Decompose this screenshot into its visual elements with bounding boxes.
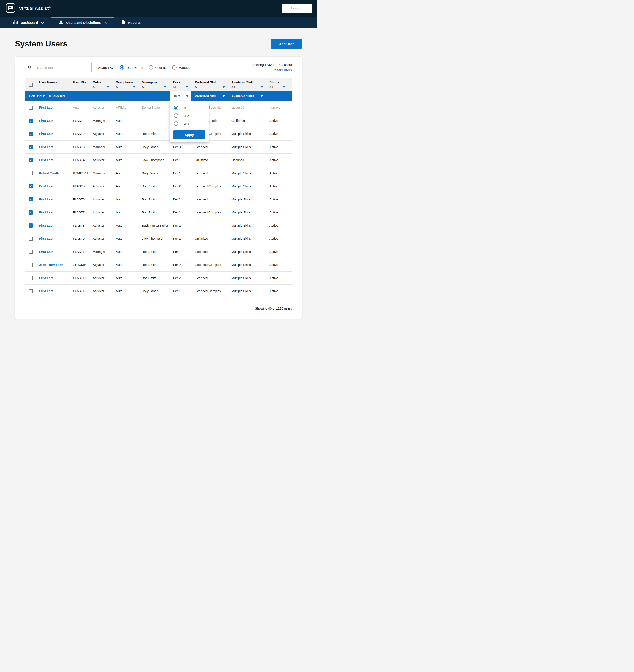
row-checkbox[interactable] [29,106,33,110]
available-skills-bulk-dropdown[interactable]: Available Skills [231,91,269,101]
clear-filters-link[interactable]: Clear Filters [273,68,292,72]
user-name-cell: First Last [39,145,73,149]
tier-3-option[interactable]: Tier 3 [170,120,209,128]
search-input[interactable] [25,63,92,72]
user-name-link[interactable]: Robert Smith [39,171,59,175]
user-name-link[interactable]: First Last [39,158,53,162]
managers-filter-dropdown[interactable]: All [142,85,173,89]
tiers-bulk-dropdown[interactable]: Tiers [170,91,191,101]
user-name-link[interactable]: First Last [39,250,53,254]
user-name-link[interactable]: First Last [39,198,53,201]
user-name-link[interactable]: First Last [39,224,53,227]
available-skill-filter-dropdown[interactable]: All [231,85,269,89]
status-filter-dropdown[interactable]: All [269,85,292,89]
search-by-group: Search By: User Name User ID Manager [98,65,192,70]
row-checkbox[interactable] [29,145,33,149]
user-name-link[interactable]: First Last [39,211,53,214]
add-user-button[interactable]: Add User [271,39,302,49]
user-name-link[interactable]: First Last [39,276,53,280]
disciplines-filter-dropdown[interactable]: All [116,85,142,89]
search-by-user-name-radio[interactable]: User Name [120,65,143,70]
preferred-skill-filter-dropdown[interactable]: All [195,85,231,89]
manager-cell: Bob Smith [142,211,173,214]
user-name-link[interactable]: First Last [39,106,53,109]
roles-filter-dropdown[interactable]: All [93,85,116,89]
registered-mark: ® [49,6,51,8]
row-checkbox[interactable] [29,210,33,215]
discipline-cell: Auto [116,132,142,136]
manager-cell: Bob Smith [142,184,173,188]
tier-option-label: Tier 1 [181,106,189,110]
row-checkbox[interactable] [29,118,33,123]
user-name-link[interactable]: First Last [39,132,53,136]
selected-count: 8 Selected [49,94,65,98]
row-checkbox[interactable] [29,263,33,267]
manager-cell: Buckminster Fuller [142,224,173,227]
user-name-link[interactable]: First Last [39,145,53,149]
manager-cell: Sally Jones [142,171,173,175]
nav-item-reports[interactable]: Reports [114,17,148,28]
nav-item-dashboard[interactable]: Dashboard [6,17,51,28]
table-row: First Last FLAST12 Adjuster Auto Sally J… [25,285,292,298]
row-checkbox[interactable] [29,276,33,280]
row-checkbox[interactable] [29,224,33,228]
search-by-manager-radio[interactable]: Manager [172,65,192,70]
tier-cell: Tier 2 [173,224,195,227]
discipline-cell: Auto [116,184,142,188]
preferred-skill-bulk-dropdown[interactable]: Preferred Skill [195,91,231,101]
user-name-link[interactable]: Jack Thompson [39,263,63,267]
user-name-link[interactable]: First Last [39,237,53,240]
row-checkbox[interactable] [29,250,33,254]
tiers-filter-dropdown[interactable]: All [173,85,195,89]
logout-button[interactable]: Logout [282,3,312,13]
table-header-row: User Names User IDs Roles All Discipline… [25,78,292,91]
user-name-cell: First Last [39,184,73,188]
row-checkbox[interactable] [29,171,33,175]
preferred-skill-cell: Licensed [195,198,231,201]
status-cell: Active [269,158,292,162]
tier-1-option[interactable]: Tier 1 [170,104,209,112]
table-row: First Last FLAST Manager Auto - Licensed… [25,114,292,128]
available-skill-cell: Multiple Skills [231,132,269,136]
role-cell: Adjuster [93,211,116,214]
table-row: First Last FLAST6 Adjuster Auto Bob Smit… [25,193,292,206]
apply-button[interactable]: Apply [173,131,205,139]
radio-icon [172,65,176,70]
nav-item-users-and-disciplines[interactable]: Users and Disciplines [51,17,114,28]
row-checkbox[interactable] [29,237,33,241]
tier-2-option[interactable]: Tier 2 [170,112,209,120]
table-row: First Last FLAST7 Adjuster Auto Bob Smit… [25,206,292,219]
row-checkbox[interactable] [29,132,33,136]
table-row: First Last FLAST8 Adjuster Auto Buckmins… [25,219,292,232]
select-all-cell [25,78,39,91]
discipline-cell: Auto [116,198,142,201]
tier-cell: Tier 1 [173,171,195,175]
tier-cell: Tier 1 [173,158,195,162]
role-cell: Adjuster [93,106,116,109]
user-id-cell: FLAST8 [73,224,93,227]
person-icon [59,20,63,25]
role-cell: Adjuster [93,198,116,201]
user-name-link[interactable]: First Last [39,289,53,293]
row-checkbox[interactable] [29,289,33,293]
user-id-cell: FLAST3 [73,145,93,149]
tier-cell: Tier 1 [173,237,195,240]
user-name-link[interactable]: First Last [39,119,53,122]
discipline-cell: Auto [116,211,142,214]
tiers-dropdown-panel: Tier 1 Tier 2 Tier 3 Apply [170,101,209,142]
row-checkbox[interactable] [29,158,33,162]
row-checkbox[interactable] [29,184,33,188]
row-checkbox[interactable] [29,197,33,201]
user-id-cell: JTHOMP [73,263,93,267]
col-disciplines: Disciplines All [116,78,142,91]
search-by-user-id-radio[interactable]: User ID [149,65,166,70]
manager-cell: Bob Smith [142,198,173,201]
row-checkbox-cell [25,197,39,201]
user-name-link[interactable]: First Last [39,184,53,188]
preferred-skill-cell: Unlimited [195,158,231,162]
status-cell: Active [269,198,292,201]
col-status: Status All [269,78,292,91]
row-checkbox-cell [25,145,39,149]
select-all-checkbox[interactable] [29,83,33,87]
preferred-skill-cell: Licensed [195,145,231,149]
